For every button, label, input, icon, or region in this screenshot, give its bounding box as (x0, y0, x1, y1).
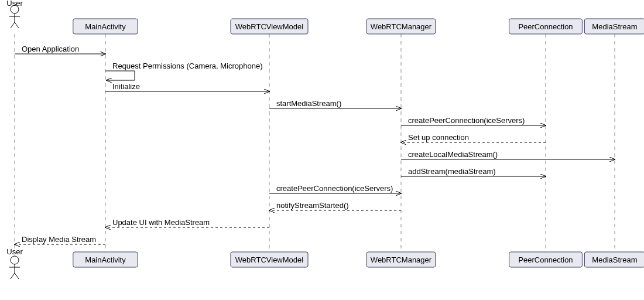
message-label: Set up connection (408, 133, 469, 142)
message-label: startMediaStream() (276, 99, 341, 108)
message-label: Request Permissions (Camera, Microphone) (112, 62, 262, 70)
participant-label: WebRTCManager (371, 255, 432, 264)
message-label: addStream(mediaStream) (408, 167, 496, 176)
participant-label: WebRTCViewModel (235, 255, 303, 264)
message-label: createLocalMediaStream() (408, 150, 498, 159)
svg-line-8 (11, 273, 15, 279)
participant-label: MainActivity (85, 22, 126, 31)
participant-label: MediaStream (592, 22, 637, 31)
actor-label: User (6, 247, 23, 256)
svg-line-3 (11, 22, 15, 28)
svg-line-9 (15, 273, 19, 279)
message-label: createPeerConnection(iceServers) (408, 116, 525, 125)
sequence-diagram: UserUserMainActivityMainActivityWebRTCVi… (0, 0, 644, 300)
message-label: createPeerConnection(iceServers) (276, 184, 393, 193)
actor-user (9, 5, 20, 28)
svg-point-5 (11, 256, 19, 264)
message-label: Open Application (22, 45, 79, 53)
message-label: Display Media Stream (22, 235, 96, 244)
participant-label: MainActivity (85, 255, 126, 264)
actor-label: User (6, 0, 23, 8)
participant-label: WebRTCViewModel (235, 22, 303, 31)
participant-label: MediaStream (592, 255, 637, 264)
participant-label: PeerConnection (518, 22, 573, 31)
message-self (105, 71, 135, 80)
actor-user (9, 256, 20, 279)
participant-label: WebRTCManager (371, 22, 432, 31)
message-label: Update UI with MediaStream (112, 218, 210, 227)
message-label: Initialize (112, 82, 140, 91)
message-label: notifyStreamStarted() (276, 201, 349, 210)
svg-line-4 (15, 22, 19, 28)
participant-label: PeerConnection (518, 255, 573, 264)
